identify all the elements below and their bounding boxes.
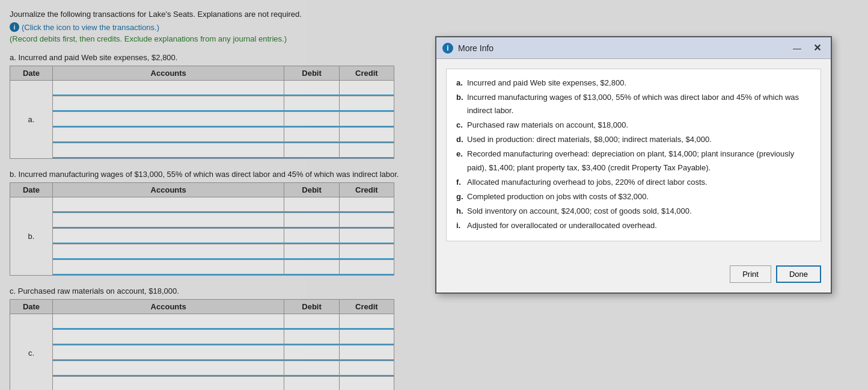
modal-titlebar: i More Info — ✕ <box>436 37 831 59</box>
modal-overlay: i More Info — ✕ a. Incurred and paid Web… <box>0 0 868 390</box>
item-label-f: f. <box>456 176 463 189</box>
item-text-d: Used in production: direct materials, $8… <box>467 133 712 146</box>
item-text-e: Recorded manufacturing overhead: depreci… <box>467 147 811 174</box>
list-item: i. Adjusted for overallocated or underal… <box>456 219 811 232</box>
item-label-b: b. <box>456 91 463 117</box>
list-item: e. Recorded manufacturing overhead: depr… <box>456 147 811 174</box>
list-item: f. Allocated manufacturing overhead to j… <box>456 176 811 189</box>
item-label-e: e. <box>456 147 463 174</box>
list-item: d. Used in production: direct materials,… <box>456 133 811 146</box>
item-label-i: i. <box>456 219 463 232</box>
list-item: h. Sold inventory on account, $24,000; c… <box>456 205 811 218</box>
item-text-b: Incurred manufacturing wages of $13,000,… <box>467 91 811 117</box>
item-text-i: Adjusted for overallocated or underalloc… <box>467 219 657 232</box>
list-item: c. Purchased raw materials on account, $… <box>456 119 811 132</box>
item-text-c: Purchased raw materials on account, $18,… <box>467 119 628 132</box>
modal-info-box: a. Incurred and paid Web site expenses, … <box>446 69 821 241</box>
item-label-c: c. <box>456 119 463 132</box>
done-button[interactable]: Done <box>776 265 821 283</box>
item-label-h: h. <box>456 205 463 218</box>
item-text-h: Sold inventory on account, $24,000; cost… <box>467 205 692 218</box>
item-label-g: g. <box>456 190 463 203</box>
list-item: b. Incurred manufacturing wages of $13,0… <box>456 91 811 117</box>
modal-info-icon: i <box>442 43 453 54</box>
item-text-g: Completed production on jobs with costs … <box>467 190 649 203</box>
modal-controls: — ✕ <box>789 41 825 55</box>
item-text-a: Incurred and paid Web site expenses, $2,… <box>467 76 626 90</box>
more-info-modal: i More Info — ✕ a. Incurred and paid Web… <box>435 36 832 294</box>
item-label-d: d. <box>456 133 463 146</box>
item-label-a: a. <box>456 76 463 90</box>
list-item: g. Completed production on jobs with cos… <box>456 190 811 203</box>
modal-footer: Print Done <box>436 261 831 292</box>
modal-title: More Info <box>458 43 784 53</box>
item-text-f: Allocated manufacturing overhead to jobs… <box>467 176 708 189</box>
list-item: a. Incurred and paid Web site expenses, … <box>456 76 811 90</box>
modal-close-button[interactable]: ✕ <box>810 41 825 55</box>
modal-content: a. Incurred and paid Web site expenses, … <box>436 59 831 261</box>
modal-minimize-button[interactable]: — <box>789 42 805 54</box>
print-button[interactable]: Print <box>730 265 771 283</box>
